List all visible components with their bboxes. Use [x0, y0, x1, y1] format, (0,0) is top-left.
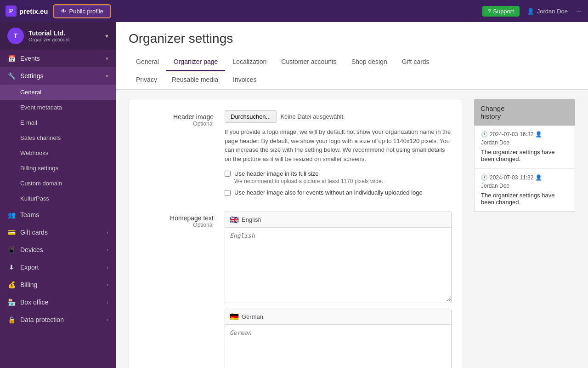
sidebar-item-general[interactable]: General [0, 85, 116, 100]
sidebar-item-label-data-protection: Data protection [20, 316, 102, 323]
settings-icon: 🔧 [7, 72, 16, 80]
history-date-2: 2024-07-03 [490, 174, 518, 181]
checkbox-full-size-sub: We recommend to upload a picture at leas… [234, 178, 383, 184]
header-image-help: If you provide a logo image, we will by … [225, 127, 452, 163]
question-icon: ? [488, 8, 491, 15]
sidebar-label-custom-domain: Custom domain [20, 180, 62, 187]
sidebar-item-devices[interactable]: 📱 Devices ‹ [0, 241, 116, 259]
tab-general[interactable]: General [129, 53, 166, 71]
sidebar-item-billing[interactable]: 💰 Billing ‹ [0, 276, 116, 293]
sidebar-item-label-box-office: Box office [20, 299, 102, 306]
devices-icon: 📱 [7, 246, 16, 253]
homepage-text-label: Homepage text [140, 214, 214, 222]
tab-privacy[interactable]: Privacy [129, 71, 164, 89]
org-chevron-icon: ▾ [105, 32, 108, 40]
checkbox-without-logo-label[interactable]: Use header image also for events without… [234, 189, 423, 196]
checkbox-without-logo-row: Use header image also for events without… [225, 189, 452, 196]
sidebar-item-box-office[interactable]: 🏪 Box office ‹ [0, 293, 116, 311]
content-area: Header image Optional Durchsuchen... Kei… [116, 90, 588, 368]
history-title: Changehistory [481, 104, 505, 120]
support-button[interactable]: ? Support [482, 6, 520, 17]
eye-icon: 👁 [61, 8, 67, 15]
logout-button[interactable]: → [575, 7, 582, 15]
box-office-chevron-icon: ‹ [107, 299, 108, 305]
browse-button[interactable]: Durchsuchen... [225, 110, 277, 123]
history-meta-2: 🕐 2024-07-03 11:32 👤 Jordan Doe [481, 174, 568, 189]
sidebar-item-event-metadata[interactable]: Event metadata [0, 100, 116, 115]
checkbox-without-logo[interactable] [225, 190, 231, 196]
sidebar-item-webhooks[interactable]: Webhooks [0, 145, 116, 161]
sidebar-item-data-protection[interactable]: 🔒 Data protection ‹ [0, 311, 116, 328]
sidebar-item-kulturpass[interactable]: KulturPass [0, 191, 116, 206]
header-image-input-col: Durchsuchen... Keine Datei ausgewählt. I… [225, 110, 452, 201]
sidebar-label-sales-channels: Sales channels [20, 134, 61, 141]
german-lang-tab: 🇩🇪 German [225, 309, 451, 325]
sidebar-item-label-devices: Devices [20, 246, 102, 253]
sidebar-item-label-teams: Teams [20, 211, 108, 218]
clock-icon-1: 🕐 [481, 131, 488, 138]
tab-invoices[interactable]: Invoices [226, 71, 264, 89]
sidebar-item-gift-cards[interactable]: 💳 Gift cards ‹ [0, 224, 116, 241]
logo-text: pretix.eu [19, 7, 48, 15]
file-input-row: Durchsuchen... Keine Datei ausgewählt. [225, 110, 452, 123]
german-textarea[interactable] [225, 325, 451, 368]
homepage-text-input-col: 🇬🇧 English 🇩🇪 German [225, 212, 452, 368]
sidebar-item-billing-settings[interactable]: Billing settings [0, 161, 116, 176]
checkbox-full-size[interactable] [225, 171, 231, 177]
tab-customer-accounts[interactable]: Customer accounts [274, 53, 344, 71]
sidebar-label-email: E-mail [20, 119, 37, 126]
public-profile-button[interactable]: 👁 Public profile [54, 5, 110, 17]
gift-cards-chevron-icon: ‹ [107, 230, 108, 235]
english-textarea[interactable] [225, 228, 451, 301]
english-lang-tab: 🇬🇧 English [225, 212, 451, 228]
sidebar-item-email[interactable]: E-mail [0, 115, 116, 130]
sidebar-label-billing-settings: Billing settings [20, 165, 58, 172]
history-panel: Changehistory 🕐 2024-07-03 16:32 👤 Jorda… [474, 99, 575, 368]
history-user-2: Jordan Doe [481, 183, 509, 189]
tabs-row2: Privacy Reusable media Invoices [129, 71, 575, 89]
data-protection-chevron-icon: ‹ [107, 317, 108, 322]
header-image-label-col: Header image Optional [140, 110, 214, 201]
tabs-row1: General Organizer page Localization Cust… [129, 53, 575, 71]
billing-chevron-icon: ‹ [107, 282, 108, 288]
form-panel: Header image Optional Durchsuchen... Kei… [129, 99, 463, 368]
sidebar-item-custom-domain[interactable]: Custom domain [0, 176, 116, 191]
tab-gift-cards[interactable]: Gift cards [395, 53, 437, 71]
org-selector[interactable]: T Tutorial Ltd. Organizer account ▾ [0, 22, 116, 50]
sidebar-item-events[interactable]: 📅 Events ▾ [0, 50, 116, 67]
logo[interactable]: P pretix.eu [6, 6, 48, 17]
logo-icon: P [6, 6, 17, 17]
checkbox-full-size-label[interactable]: Use header image in its full size [234, 170, 319, 177]
sidebar-item-label-billing: Billing [20, 281, 102, 288]
sidebar-item-settings[interactable]: 🔧 Settings ▾ [0, 67, 116, 85]
data-protection-icon: 🔒 [7, 316, 16, 323]
sidebar-label-general: General [20, 89, 41, 96]
english-flag-icon: 🇬🇧 [230, 215, 239, 224]
tab-organizer-page[interactable]: Organizer page [166, 53, 226, 71]
sidebar-item-sales-channels[interactable]: Sales channels [0, 130, 116, 145]
german-textarea-container: 🇩🇪 German [225, 309, 452, 368]
tab-localization[interactable]: Localization [225, 53, 274, 71]
devices-chevron-icon: ‹ [107, 247, 108, 253]
org-avatar: T [7, 28, 24, 44]
tab-reusable-media[interactable]: Reusable media [164, 71, 226, 89]
history-user-1: Jordan Doe [481, 139, 509, 146]
gift-cards-icon: 💳 [7, 229, 16, 236]
history-time-2: 11:32 [520, 174, 533, 181]
homepage-text-row: Homepage text Optional 🇬🇧 English [140, 212, 452, 368]
user-icon-1: 👤 [535, 131, 542, 138]
sidebar-item-export[interactable]: ⬇ Export ‹ [0, 259, 116, 276]
sidebar-item-label-gift-cards: Gift cards [20, 229, 102, 236]
layout: T Tutorial Ltd. Organizer account ▾ 📅 Ev… [0, 22, 588, 368]
history-desc-2: The organizer settings have been changed… [481, 192, 568, 206]
export-icon: ⬇ [7, 264, 16, 271]
header-image-optional: Optional [140, 121, 214, 127]
user-menu[interactable]: 👤 Jordan Doe [527, 8, 568, 15]
page-header: Organizer settings General Organizer pag… [116, 22, 588, 90]
events-icon: 📅 [7, 55, 16, 62]
history-date-1: 2024-07-03 [490, 131, 518, 138]
sidebar-item-teams[interactable]: 👥 Teams [0, 206, 116, 224]
checkbox-full-size-row: Use header image in its full size We rec… [225, 170, 452, 184]
box-office-icon: 🏪 [7, 299, 16, 306]
tab-shop-design[interactable]: Shop design [344, 53, 395, 71]
